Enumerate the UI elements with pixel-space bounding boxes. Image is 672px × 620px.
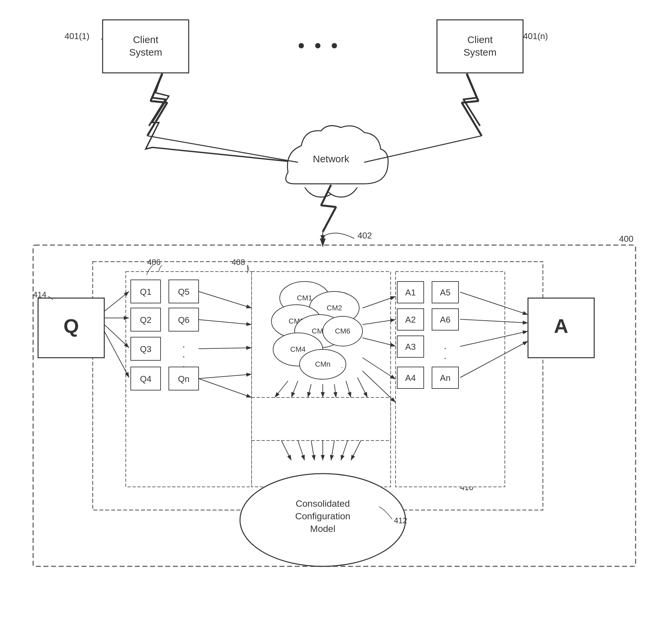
a4-label: A4: [405, 373, 416, 383]
ref-412: 412: [394, 516, 407, 525]
svg-text:CM4: CM4: [290, 345, 305, 353]
consolidated-config-label3: Model: [310, 524, 335, 534]
diagram-container: 401(1) 401(n) Client System Client Syste…: [0, 0, 672, 620]
q-dots: ·: [182, 341, 185, 351]
ref-400: 400: [619, 234, 633, 244]
q6-label: Q6: [178, 315, 190, 325]
ref-402: 402: [357, 230, 372, 241]
svg-point-2: [315, 43, 321, 48]
svg-point-1: [298, 43, 304, 48]
a3-label: A3: [405, 342, 416, 352]
a-main-label: A: [554, 315, 568, 337]
ref-401-1: 401(1): [65, 31, 90, 41]
a-dots2: ·: [444, 352, 447, 363]
svg-text:CM6: CM6: [335, 327, 350, 335]
network-label: Network: [313, 153, 349, 164]
an-label: An: [440, 373, 451, 383]
q2-label: Q2: [140, 315, 152, 325]
svg-text:CMn: CMn: [315, 360, 330, 368]
q4-label: Q4: [140, 374, 152, 384]
client-system-n-label2: System: [463, 47, 497, 58]
q-main-label: Q: [64, 315, 79, 337]
ref-406: 406: [147, 258, 161, 267]
svg-point-3: [332, 43, 337, 48]
a6-label: A6: [440, 315, 451, 324]
a2-label: A2: [405, 315, 416, 324]
client-system-n-box: [437, 20, 523, 73]
client-system-1-label2: System: [129, 47, 162, 58]
svg-text:·  ·: · ·: [341, 363, 347, 371]
a5-label: A5: [440, 288, 451, 297]
q1-label: Q1: [140, 287, 152, 297]
client-system-n-label: Client: [467, 34, 493, 45]
q-dots2: ·: [182, 350, 185, 361]
client-system-1-box: [103, 20, 189, 73]
qn-label: Qn: [178, 374, 190, 384]
svg-text:CM2: CM2: [327, 304, 342, 312]
cm-feed-box: [251, 398, 391, 441]
ref-401-n: 401(n): [523, 31, 548, 41]
ref-414: 414: [33, 290, 46, 299]
a1-label: A1: [405, 288, 416, 297]
ref-408: 408: [232, 258, 245, 267]
q5-label: Q5: [178, 287, 190, 297]
q3-label: Q3: [140, 344, 152, 354]
consolidated-config-label2: Configuration: [295, 511, 350, 521]
svg-text:CM1: CM1: [297, 294, 312, 302]
consolidated-config-label1: Consolidated: [296, 499, 349, 509]
a-dots: ·: [444, 342, 447, 353]
client-system-1-label: Client: [133, 34, 159, 45]
